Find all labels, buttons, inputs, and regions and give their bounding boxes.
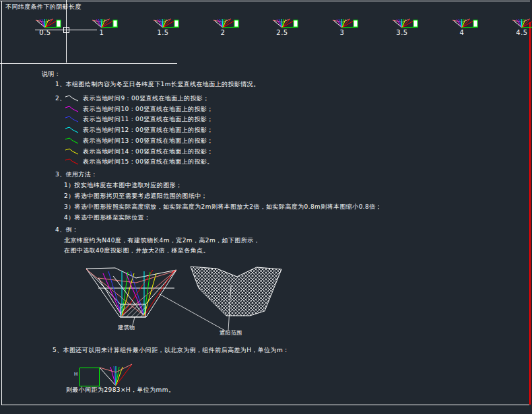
legend-row: 表示当地时间9：00竖直线在地面上的投影； xyxy=(65,95,209,102)
legend-line-sample xyxy=(65,106,79,113)
latitude-label: 3.5 xyxy=(389,29,415,36)
legend-row: 表示当地时间13：00竖直线在地面上的投影； xyxy=(65,137,213,145)
latitude-figure xyxy=(154,19,179,28)
example-line: 北京纬度约为N40度，有建筑物长4m，宽2m，高2m，如下图所示， xyxy=(64,238,260,244)
latitude-label: 4.5 xyxy=(508,29,532,36)
latitude-label: 1 xyxy=(88,29,115,36)
notes-heading: 说明： xyxy=(42,71,61,77)
latitude-label: 0.5 xyxy=(32,29,59,36)
legend-row: 表示当地时间12：00竖直线在地面上的投影； xyxy=(65,127,213,134)
note-item-5: 5、本图还可以用来计算组件最小间距，以北京为例，组件前后高差为H，单位为m： xyxy=(53,347,289,353)
latitude-label: 3 xyxy=(329,29,356,36)
note-item-2-prefix: 2、 xyxy=(55,96,66,102)
shade-range-region xyxy=(191,267,281,316)
example-line: 在图中选取40度投影图，并放大2倍，移至各角点。 xyxy=(64,248,209,254)
legend-text: 表示当地时间13：00竖直线在地面上的投影； xyxy=(83,137,213,145)
latitude-figure xyxy=(453,19,478,28)
latitude-label: 2 xyxy=(209,29,236,36)
legend-row: 表示当地时间14：00竖直线在地面上的投影； xyxy=(65,148,213,156)
latitude-figure xyxy=(92,19,118,28)
latitude-label: 4 xyxy=(448,29,475,36)
legend-text: 表示当地时间14：00竖直线在地面上的投影； xyxy=(83,147,213,156)
usage-step: 4）将选中图形移至实际位置； xyxy=(64,215,150,221)
note-item-1: 1、本组图绘制内容为冬至日各纬度下1m长竖直线在地面上的投影情况。 xyxy=(55,81,259,88)
legend-row: 表示当地时间11：00竖直线在地面上的投影； xyxy=(65,116,213,123)
legend-line-sample xyxy=(65,95,79,102)
cad-drawing-canvas[interactable]: 不同纬度条件下的阴影长度 0.511.522.533.544.5 说明： 1、本… xyxy=(0,0,532,414)
legend-line-sample xyxy=(65,148,79,156)
min-spacing-diagram xyxy=(80,364,133,386)
building-shadow-diagram xyxy=(86,268,176,325)
building-footprint xyxy=(121,304,145,317)
drawing-frame xyxy=(0,1,530,405)
latitude-figures-row xyxy=(36,19,532,28)
result-line: 则最小间距为2983×H，单位为mm。 xyxy=(66,387,174,393)
latitude-label: 1.5 xyxy=(149,29,176,36)
usage-step: 2）将选中图形拷贝至需要考虑遮阳范围的图纸中； xyxy=(64,193,207,199)
drawing-title: 不同纬度条件下的阴影长度 xyxy=(5,4,81,10)
latitude-figure xyxy=(273,19,298,28)
shade-range-diagram xyxy=(160,267,281,331)
legend-text: 表示当地时间10：00竖直线在地面上的投影； xyxy=(83,105,213,114)
usage-step: 3）将选中图形按照实际高度缩放，如实际高度为2m则将本图放大2倍，如实际高度为0… xyxy=(64,204,382,210)
height-dim-label: H xyxy=(74,372,78,377)
latitude-figure xyxy=(213,19,239,28)
latitude-figure xyxy=(512,19,532,28)
note-item-3-heading: 3、使用方法： xyxy=(55,172,98,178)
legend-text: 表示当地时间11：00竖直线在地面上的投影； xyxy=(83,115,213,124)
legend-line-sample xyxy=(65,116,79,123)
legend-line-sample xyxy=(65,127,79,134)
legend-line-sample xyxy=(65,158,79,166)
legend-text: 表示当地时间12：00竖直线在地面上的投影； xyxy=(83,126,213,135)
legend-text: 表示当地时间15：00竖直线在地面上的投影。 xyxy=(83,158,213,166)
building-label: 建筑物 xyxy=(118,325,135,331)
legend-row: 表示当地时间15：00竖直线在地面上的投影。 xyxy=(65,158,213,166)
panel-rectangle xyxy=(80,368,100,386)
latitude-label: 2.5 xyxy=(269,29,296,36)
latitude-figure xyxy=(393,19,418,28)
usage-step: 1）按实地纬度在本图中选取对应的图形； xyxy=(64,182,182,188)
shade-range-label: 遮阳范围 xyxy=(220,331,242,336)
legend-text: 表示当地时间9：00竖直线在地面上的投影； xyxy=(83,94,209,103)
latitude-figure xyxy=(36,19,61,28)
note-item-4-heading: 4、例： xyxy=(55,227,78,233)
legend-row: 表示当地时间10：00竖直线在地面上的投影； xyxy=(65,106,213,113)
legend-line-sample xyxy=(65,137,79,145)
latitude-figure xyxy=(333,19,358,28)
